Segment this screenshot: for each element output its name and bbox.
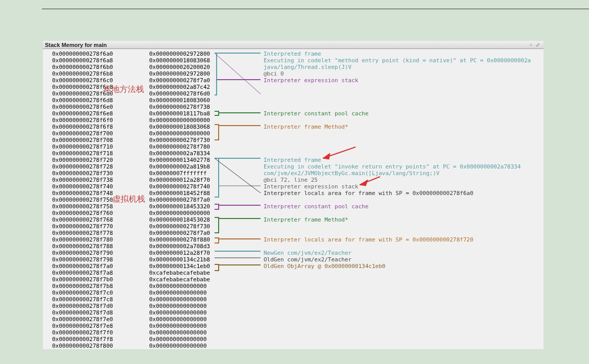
annotation-text: Executing in codelet "invoke return entr… bbox=[264, 163, 521, 170]
annotation-text: java/lang/Thread.sleep(J)V bbox=[264, 64, 351, 70]
memory-row: 0x000000000278f8000x000000000000000 bbox=[52, 343, 210, 349]
memory-row: 0x000000000278f6b80x0000000002972800 bbox=[52, 70, 210, 77]
memory-row: 0x000000000278f7e80x000000000000000 bbox=[52, 323, 210, 329]
memory-row: 0x000000000278f7980x00000000134c21b8 bbox=[52, 256, 210, 263]
memory-row: 0x000000000278f7d00x000000000000000 bbox=[52, 303, 210, 309]
memory-row: 0x000000000278f7c00x000000000000000 bbox=[52, 289, 210, 296]
annotation-text: Interpreted frame bbox=[264, 157, 321, 163]
annotation-text: com/jvm/ex2/JVMObjectByGc.main([Ljava/la… bbox=[264, 170, 439, 177]
memory-row: 0x000000000278f7880x0000000002a708d3 bbox=[52, 243, 210, 250]
annotation-text: Executing in codelet "method entry point… bbox=[264, 57, 531, 64]
annotation-text: OldGen com/jvm/ex2/Teacher bbox=[264, 256, 351, 263]
memory-row: 0x000000000278f6f00x0000000000000000 bbox=[52, 117, 210, 124]
memory-row: 0x000000000278f7100x000000000278f780 bbox=[52, 143, 210, 150]
annotation-text: Interpreter expression stack bbox=[264, 183, 358, 190]
memory-row: 0x000000000278f7f80x000000000000000 bbox=[52, 336, 210, 343]
memory-row: 0x000000000278f7180x0000000002a78334 bbox=[52, 150, 210, 157]
maximize-icon[interactable]: ⤢ bbox=[534, 42, 541, 48]
memory-row: 0x000000000278f6e80x0000000018117ba8 bbox=[52, 110, 210, 117]
memory-row: 0x000000000278f7600x0000000000000000 bbox=[52, 210, 210, 216]
memory-row: 0x000000000278f7b80x000000000000000 bbox=[52, 283, 210, 289]
memory-row: 0x000000000278f7680x0000000018453028 bbox=[52, 216, 210, 223]
memory-row: 0x000000000278f7900x0000000012a28f70 bbox=[52, 250, 210, 256]
annotation-text: Interpreter locals area for frame with S… bbox=[264, 236, 474, 243]
memory-row: 0x000000000278f7200x0000000013402778 bbox=[52, 157, 210, 163]
memory-row: 0x000000000278f7380x0000000012a28f70 bbox=[52, 177, 210, 183]
annotation-text: Interpreter expression stack bbox=[264, 77, 358, 84]
panel-title: Stack Memory for main bbox=[45, 42, 527, 48]
memory-row: 0x000000000278f7000x0000000000000000 bbox=[52, 130, 210, 137]
stack-memory-panel: Stack Memory for main ▫ ⤢ 0x000000000278… bbox=[43, 41, 544, 349]
memory-row: 0x000000000278f7080x000000000278f730 bbox=[52, 137, 210, 143]
memory-row: 0x000000000278f6a00x0000000002972800 bbox=[52, 51, 210, 57]
memory-row: 0x000000000278f7280x0000000002a819b8 bbox=[52, 163, 210, 170]
memory-row: 0x000000000278f6b00x0000000020200020 bbox=[52, 64, 210, 70]
memory-row: 0x000000000278f6c00x000000000278f7a0 bbox=[52, 77, 210, 84]
panel-titlebar: Stack Memory for main ▫ ⤢ bbox=[43, 41, 544, 49]
memory-row: 0x000000000278f7780x000000000278f7a0 bbox=[52, 230, 210, 236]
annotation-text: Interpreter frame Method* bbox=[264, 216, 348, 223]
annotation-text: @bci 0 bbox=[264, 70, 284, 77]
annotation-text: OldGen ObjArray @ 0x00000000134c1eb0 bbox=[264, 263, 385, 270]
memory-row: 0x000000000278f6a80x0000000018083068 bbox=[52, 57, 210, 64]
annotation-text: @bci 72, line 25 bbox=[264, 177, 318, 183]
memory-row: 0x000000000278f7c80x000000000000000 bbox=[52, 296, 210, 303]
svg-marker-1 bbox=[360, 180, 368, 186]
memory-row: 0x000000000278f7f00x000000000000000 bbox=[52, 329, 210, 336]
annotation-text: Interpreted frame bbox=[264, 51, 321, 57]
annotation-text: Interpreter frame Method* bbox=[264, 124, 348, 130]
memory-row: 0x000000000278f7a80xcafebabecafebabe bbox=[52, 270, 210, 276]
overlay-native-stack: 本地方法栈 bbox=[103, 84, 144, 95]
svg-marker-0 bbox=[323, 153, 330, 159]
memory-row: 0x000000000278f6e00x000000000278f738 bbox=[52, 104, 210, 110]
annotation-text: Interpreter constant pool cache bbox=[264, 110, 368, 117]
memory-row: 0x000000000278f7a00x00000000134c1eb0 bbox=[52, 263, 210, 270]
memory-row: 0x000000000278f6d80x0000000018083060 bbox=[52, 97, 210, 104]
annotation-text: Interpreter constant pool cache bbox=[264, 203, 368, 210]
memory-row: 0x000000000278f7d80x000000000000000 bbox=[52, 309, 210, 316]
memory-row: 0x000000000278f7700x000000000278f730 bbox=[52, 223, 210, 230]
minimize-icon[interactable]: ▫ bbox=[527, 42, 534, 48]
memory-row: 0x000000000278f7300x00000007fffffff bbox=[52, 170, 210, 177]
memory-content: 0x000000000278f6a00x00000000029728000x00… bbox=[43, 49, 544, 349]
annotation-text: NewGen com/jvm/ex2/Teacher bbox=[264, 250, 351, 256]
memory-row: 0x000000000278f7400x000000000278f740 bbox=[52, 183, 210, 190]
memory-row: 0x000000000278f7b00xcafebabecafebabe bbox=[52, 276, 210, 283]
annotation-text: Interpreter locals area for frame with S… bbox=[264, 190, 474, 197]
memory-row: 0x000000000278f7800x000000000278f880 bbox=[52, 236, 210, 243]
memory-row: 0x000000000278f6f80x0000000018083068 bbox=[52, 124, 210, 130]
overlay-vm-stack: 虚拟机栈 bbox=[112, 194, 145, 205]
divider-line bbox=[42, 9, 589, 9]
memory-row: 0x000000000278f7e00x000000000000000 bbox=[52, 316, 210, 323]
